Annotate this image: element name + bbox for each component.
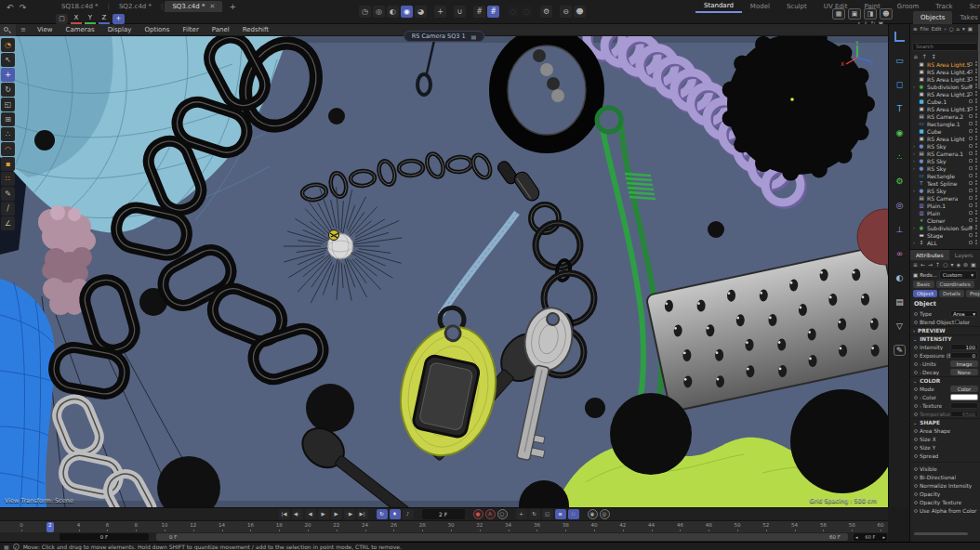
prev-key-icon[interactable]: ◀◦	[292, 509, 303, 519]
simulate-icon[interactable]: ◷	[359, 6, 371, 18]
layout-tab-track[interactable]: Track	[927, 1, 960, 12]
range-slider[interactable]: 0 F 60 F	[156, 533, 848, 541]
floor-icon[interactable]: ◐	[889, 266, 910, 290]
measure-tool-icon[interactable]: ∠	[1, 216, 15, 230]
editor-render-dots[interactable]	[975, 91, 977, 93]
keyframe-dot-icon[interactable]	[914, 312, 918, 316]
editor-render-dots[interactable]	[975, 165, 977, 167]
axis-lock-icon[interactable]: +	[113, 14, 125, 24]
keyframe-dot-icon[interactable]	[914, 346, 918, 349]
attributes-hscrollbar[interactable]	[914, 532, 968, 535]
editor-render-dots[interactable]	[975, 136, 977, 138]
frame-field[interactable]: 2 F	[422, 509, 465, 519]
keyframe-mode-icon[interactable]: ♦	[390, 509, 401, 519]
object-row[interactable]: ■Cube	[910, 127, 980, 135]
object-row[interactable]: ▤RS Camera.2	[910, 112, 980, 120]
attr-main-details[interactable]: Details	[939, 290, 964, 297]
object-row[interactable]: ›◉Subdivision Surface	[910, 224, 980, 231]
object-row[interactable]: ›●RS Sky	[910, 164, 980, 172]
visibility-toggle[interactable]	[969, 218, 973, 222]
editor-render-dots[interactable]	[975, 240, 977, 242]
viewport-menu-redshift[interactable]: Redshift	[236, 26, 275, 33]
object-row[interactable]: ›●RS Sky	[910, 187, 980, 194]
spline-smooth-icon[interactable]: ◎	[373, 6, 385, 18]
object-row[interactable]: ■Cube.1	[910, 98, 980, 105]
visibility-toggle[interactable]	[969, 122, 973, 125]
keyframe-dot-icon[interactable]	[914, 484, 918, 488]
object-row[interactable]: ▥Plain.1	[910, 202, 980, 209]
soft-selection-icon[interactable]: ∴	[1, 127, 15, 141]
section-header-shape[interactable]: ⌄SHAPE	[910, 418, 980, 426]
scale-tool-icon[interactable]: ◱	[1, 98, 15, 111]
keyframe-dot-icon[interactable]	[914, 492, 918, 496]
attr-value-button[interactable]: None	[950, 369, 978, 375]
menu-icon[interactable]: ≡	[913, 261, 918, 268]
keyframe-dot-icon[interactable]	[914, 371, 918, 374]
keyframe-dot-icon[interactable]	[914, 446, 918, 450]
record-icon[interactable]: ●	[473, 509, 483, 519]
attr-tab-layers[interactable]: Layers	[949, 250, 979, 260]
visibility-toggle[interactable]	[969, 174, 973, 177]
visibility-toggle[interactable]	[969, 166, 973, 170]
visibility-toggle[interactable]	[969, 226, 973, 229]
keyframe-selection-icon[interactable]: ○	[497, 509, 508, 519]
visibility-toggle[interactable]	[969, 211, 973, 215]
keyframe-dot-icon[interactable]	[914, 454, 918, 458]
object-row[interactable]: ›●RS Sky	[910, 142, 980, 150]
attr-main-object[interactable]: Object	[913, 290, 937, 297]
keyframe-dot-icon[interactable]	[914, 362, 918, 366]
settings-icon[interactable]: ⊚	[963, 261, 968, 268]
editor-render-dots[interactable]	[975, 69, 977, 71]
keyframe-dot-icon[interactable]	[914, 321, 918, 324]
layout-tab-groom[interactable]: Groom	[889, 1, 928, 12]
attr-value-button[interactable]: Color	[950, 386, 978, 392]
mograph-icon[interactable]: ⊥	[889, 217, 910, 242]
object-row[interactable]: ›◉Subdivision Surface.1	[910, 83, 980, 90]
move-tool-icon[interactable]: +	[1, 68, 15, 82]
attr-value-button[interactable]: Image	[950, 360, 978, 367]
editor-render-dots[interactable]	[975, 76, 977, 78]
visibility-toggle[interactable]	[969, 137, 973, 140]
up-icon[interactable]: ↑	[922, 53, 927, 59]
key-pla-icon[interactable]: ∷	[568, 509, 579, 519]
interactive-render-icon[interactable]: ◨	[864, 8, 877, 20]
layout-tab-standard[interactable]: Standard	[695, 0, 742, 13]
autokey-icon[interactable]: A	[485, 509, 496, 519]
editor-render-dots[interactable]	[975, 173, 977, 175]
menu-icon[interactable]: ≡	[913, 26, 918, 32]
visibility-toggle[interactable]	[969, 77, 973, 81]
play-icon[interactable]: ▶	[318, 509, 329, 519]
editor-render-dots[interactable]	[975, 210, 977, 212]
editor-render-dots[interactable]	[975, 158, 977, 160]
current-frame-field[interactable]: 0 F	[60, 533, 149, 541]
jump-end-icon[interactable]: ▶|	[357, 509, 368, 519]
coord-system-icon[interactable]: +	[434, 6, 446, 18]
forward-icon[interactable]: →	[928, 261, 933, 268]
objects-menu-file[interactable]: File	[920, 26, 929, 32]
object-row[interactable]: ▭Rectangle.1	[910, 120, 980, 127]
visibility-toggle[interactable]	[969, 241, 973, 244]
editor-render-dots[interactable]	[975, 98, 977, 100]
up-icon[interactable]: ↑	[935, 261, 940, 268]
point-tool-icon[interactable]: ▪	[1, 157, 15, 171]
key-scale-icon[interactable]: ◱	[542, 509, 553, 519]
editor-render-dots[interactable]	[975, 128, 977, 130]
object-row[interactable]: ▣RS Area Light	[910, 135, 980, 142]
object-row[interactable]: ▣RS Area Light.3	[910, 75, 980, 83]
filter-icon[interactable]: ▾	[962, 26, 965, 32]
remove-icon[interactable]: ⊖	[560, 6, 572, 18]
keyframe-dot-icon[interactable]	[914, 412, 918, 416]
visibility-toggle[interactable]	[969, 189, 973, 192]
layout-tab-script[interactable]: Script	[961, 1, 980, 12]
object-row[interactable]: ▥Plain	[910, 209, 980, 216]
editor-render-dots[interactable]	[975, 143, 977, 145]
layout-tab-model[interactable]: Model	[742, 1, 778, 12]
magnet-snap-icon[interactable]: ∪	[454, 6, 466, 18]
object-row[interactable]: ▭Rectangle	[910, 172, 980, 179]
expand-arrow-icon[interactable]: ›	[920, 395, 921, 400]
snap-grid-icon[interactable]: #	[487, 6, 499, 18]
document-tab[interactable]: SQ2.c4d *	[112, 1, 159, 12]
object-row[interactable]: ∗Cloner	[910, 216, 980, 224]
workplane-icon[interactable]: #	[473, 6, 485, 18]
back-icon[interactable]: ←	[920, 261, 925, 268]
